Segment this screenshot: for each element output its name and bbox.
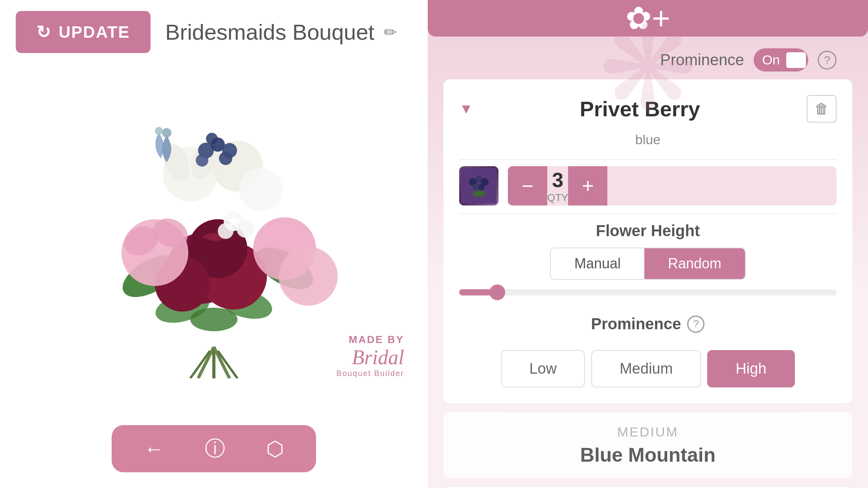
made-by-sub: Bouquet Builder [337, 369, 404, 378]
toggle-on-label: On [756, 51, 786, 69]
svg-point-40 [478, 184, 485, 190]
flower-thumbnail [459, 166, 498, 205]
prominence-top-row: Prominence On ? [428, 44, 868, 79]
divider-2 [459, 213, 837, 214]
info-button[interactable]: ⓘ [201, 431, 229, 466]
flower-card-header: ▼ Privet Berry 🗑 [459, 95, 837, 123]
page-title: Bridesmaids Bouquet [165, 19, 374, 45]
svg-point-33 [237, 220, 254, 238]
prominence-section: Prominence ? Low Medium High [459, 307, 837, 387]
svg-point-29 [279, 247, 338, 306]
qty-controls: − 3 QTY + [508, 166, 837, 205]
clear-all-button[interactable]: CLEAR ALL [443, 486, 852, 488]
height-slider-container [459, 289, 837, 295]
prominence-buttons: Low Medium High [459, 350, 837, 387]
height-toggle: Manual Random [550, 248, 746, 280]
flower-card-privet-berry: ▼ Privet Berry 🗑 blue − [443, 79, 852, 403]
svg-point-19 [219, 152, 232, 165]
prominence-title-row: Prominence ? [459, 307, 837, 341]
svg-point-41 [473, 191, 485, 197]
svg-point-22 [155, 127, 163, 135]
bottom-toolbar: ← ⓘ ⬡ [112, 425, 316, 472]
update-button[interactable]: ↻ UPDATE [16, 11, 151, 53]
delete-button[interactable]: 🗑 [807, 95, 837, 123]
prominence-low-button[interactable]: Low [501, 350, 585, 387]
main-area: ↻ UPDATE Bridesmaids Bouquet ✏ [0, 0, 428, 488]
bouquet-container: MADE BY Bridal Bouquet Builder [0, 64, 428, 425]
refresh-icon: ↻ [36, 22, 51, 42]
made-by-brand: Bridal [337, 346, 404, 369]
svg-point-12 [239, 168, 283, 211]
prominence-help-icon[interactable]: ? [818, 51, 837, 70]
back-button[interactable]: ← [140, 433, 168, 464]
edit-icon[interactable]: ✏ [384, 23, 397, 41]
flower-card-blue-mountain: MEDIUM Blue Mountain [443, 413, 852, 478]
right-panel: ❋ ✿+ Prominence On ? ▼ Privet Berry 🗑 bl… [428, 0, 868, 488]
prominence-label: Prominence [591, 315, 681, 333]
height-slider-track[interactable] [459, 289, 837, 295]
toggle-box [786, 52, 806, 68]
flower-height-title: Flower Height [459, 222, 837, 240]
qty-increase-button[interactable]: + [568, 166, 607, 205]
title-area: Bridesmaids Bouquet ✏ [151, 19, 412, 45]
height-slider-thumb[interactable] [489, 284, 505, 300]
manual-height-button[interactable]: Manual [551, 248, 644, 279]
flower-name: Privet Berry [473, 97, 807, 121]
prominence-high-button[interactable]: High [707, 350, 794, 387]
header: ↻ UPDATE Bridesmaids Bouquet ✏ [0, 0, 428, 64]
prominence-top-label: Prominence [660, 51, 744, 69]
qty-value: 3 [547, 168, 568, 192]
qty-row: − 3 QTY + [459, 166, 837, 205]
qty-label: QTY [547, 192, 568, 204]
random-height-button[interactable]: Random [644, 248, 745, 279]
prominence-help-icon-2[interactable]: ? [687, 316, 704, 333]
prominence-medium-button[interactable]: Medium [591, 350, 701, 387]
qty-display: 3 QTY [547, 168, 568, 204]
prominence-toggle[interactable]: On [754, 48, 808, 72]
made-by-text: MADE BY [337, 334, 404, 346]
svg-point-20 [206, 133, 218, 145]
bouquet-image [64, 111, 363, 378]
update-label: UPDATE [59, 23, 130, 42]
second-flower-name: Blue Mountain [459, 444, 837, 466]
made-by-section: MADE BY Bridal Bouquet Builder [337, 334, 404, 378]
flower-color: blue [459, 132, 837, 147]
svg-point-21 [162, 128, 171, 138]
chevron-icon[interactable]: ▼ [459, 101, 473, 117]
qty-decrease-button[interactable]: − [508, 166, 547, 205]
panel-header: ✿+ [428, 0, 868, 37]
svg-point-9 [190, 308, 237, 331]
flower-add-icon[interactable]: ✿+ [625, 0, 670, 37]
prominence-medium-label: MEDIUM [459, 424, 837, 440]
palette-button[interactable]: ⬡ [262, 433, 288, 464]
svg-point-18 [196, 154, 208, 167]
divider-1 [459, 159, 837, 160]
